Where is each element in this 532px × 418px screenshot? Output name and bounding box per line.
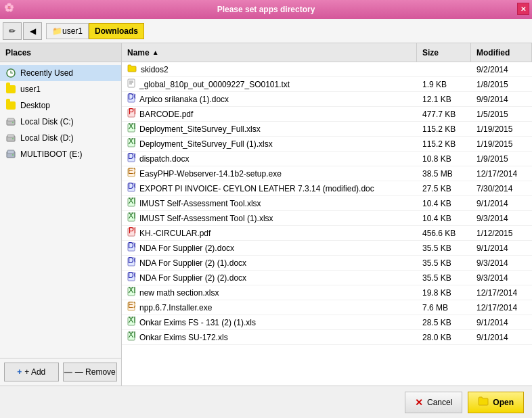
sidebar-header: Places <box>0 43 121 62</box>
file-row[interactable]: PDF KH.-CIRCULAR.pdf 456.6 KB 1/12/2015 <box>122 226 532 241</box>
file-size: 10.4 KB <box>417 199 471 208</box>
file-modified: 1/19/2015 <box>471 139 532 149</box>
recently-used-icon <box>5 68 16 78</box>
file-modified: 12/17/2014 <box>471 288 532 298</box>
file-row[interactable]: _global_810p_out_00009227_SO0101.txt 1.9… <box>122 77 532 92</box>
file-row[interactable]: EXE EasyPHP-Webserver-14.1b2-setup.exe 3… <box>122 166 532 181</box>
file-row[interactable]: skidos2 9/2/2014 <box>122 62 532 77</box>
file-row[interactable]: DOC NDA For Supplier (2) (1).docx 35.5 K… <box>122 256 532 271</box>
file-name: Onkar Exims FS - 131 (2) (1).xls <box>139 318 256 327</box>
file-modified: 9/1/2014 <box>471 318 532 327</box>
file-size: 35.5 KB <box>417 258 471 268</box>
svg-text:XLS: XLS <box>129 138 136 146</box>
file-icon: XLS <box>127 287 135 298</box>
local-c-icon <box>5 116 16 127</box>
file-size: 10.4 KB <box>417 214 471 223</box>
svg-text:DOC: DOC <box>128 93 135 101</box>
breadcrumb: 📁 user1 Downloads <box>46 23 144 39</box>
file-row[interactable]: PDF BARCODE.pdf 477.7 KB 1/5/2015 <box>122 107 532 122</box>
file-modified: 1/5/2015 <box>471 110 532 119</box>
file-area: Name ▲ Size Modified skidos2 9/2/2014 _g… <box>122 43 532 386</box>
file-size: 115.2 KB <box>417 124 471 134</box>
desktop-icon <box>5 100 16 111</box>
svg-rect-8 <box>7 150 14 154</box>
svg-text:XLS: XLS <box>129 198 136 206</box>
sidebar-item-multiboot-label: MULTIBOOT (E:) <box>20 149 83 159</box>
toolbar: ✏ ◀ 📁 user1 Downloads <box>0 19 532 43</box>
file-size: 10.8 KB <box>417 154 471 164</box>
file-row[interactable]: XLS Deployment_SiteSurvey_Full.xlsx 115.… <box>122 122 532 137</box>
file-row[interactable]: XLS Onkar Exims SU-172.xls 28.0 KB 9/1/2… <box>122 330 532 345</box>
file-icon: EXE <box>127 168 135 179</box>
file-modified: 9/1/2014 <box>471 333 532 342</box>
sidebar-list: Recently Used user1 Desktop <box>0 62 121 358</box>
sidebar-item-recently-used[interactable]: Recently Used <box>0 65 121 81</box>
file-size: 7.6 MB <box>417 303 471 312</box>
local-d-icon <box>5 133 16 143</box>
sidebar-item-local-c[interactable]: Local Disk (C:) <box>0 114 121 130</box>
file-row[interactable]: EXE npp.6.7.Installer.exe 7.6 MB 12/17/2… <box>122 300 532 315</box>
file-row[interactable]: XLS Deployment_SiteSurvey_Full (1).xlsx … <box>122 137 532 152</box>
svg-text:XLS: XLS <box>129 212 136 220</box>
cancel-icon: ✕ <box>415 397 423 408</box>
svg-text:XLS: XLS <box>129 287 136 295</box>
col-header-size[interactable]: Size <box>417 43 471 62</box>
file-row[interactable]: DOC EXPORT PI INVOICE- CEYLON LEATHER 7.… <box>122 181 532 196</box>
file-modified: 9/9/2014 <box>471 95 532 104</box>
file-row[interactable]: DOC Arpico srilanaka (1).docx 12.1 KB 9/… <box>122 92 532 107</box>
file-row[interactable]: XLS IMUST Self-Assessment Tool.xlsx 10.4… <box>122 196 532 211</box>
file-icon: XLS <box>127 138 135 149</box>
file-row[interactable]: DOC dispatch.docx 10.8 KB 1/9/2015 <box>122 152 532 166</box>
file-size: 1.9 KB <box>417 80 471 89</box>
sidebar-item-local-d[interactable]: Local Disk (D:) <box>0 130 121 146</box>
file-name: skidos2 <box>141 65 169 74</box>
file-modified: 12/17/2014 <box>471 303 532 312</box>
file-row[interactable]: XLS new math section.xlsx 19.8 KB 12/17/… <box>122 285 532 300</box>
file-name: _global_810p_out_00009227_SO0101.txt <box>139 80 290 89</box>
title-bar: 🌸 Please set apps directory ✕ <box>0 0 532 19</box>
close-button[interactable]: ✕ <box>517 3 529 15</box>
file-size: 115.2 KB <box>417 139 471 149</box>
col-header-name[interactable]: Name ▲ <box>122 43 417 62</box>
file-icon: DOC <box>127 93 135 105</box>
svg-text:DOC: DOC <box>128 257 135 265</box>
file-name: EasyPHP-Webserver-14.1b2-setup.exe <box>139 169 282 179</box>
file-row[interactable]: XLS IMUST Self-Assessment Tool (1).xlsx … <box>122 211 532 226</box>
file-icon: PDF <box>127 108 135 120</box>
svg-text:DOC: DOC <box>128 242 135 250</box>
svg-rect-5 <box>7 135 14 137</box>
file-icon: DOC <box>127 257 135 269</box>
remove-button[interactable]: — — Remove <box>63 363 118 381</box>
file-icon: DOC <box>127 242 135 254</box>
file-row[interactable]: XLS Onkar Exims FS - 131 (2) (1).xls 28.… <box>122 315 532 330</box>
sidebar-item-local-d-label: Local Disk (D:) <box>20 133 74 143</box>
open-button[interactable]: Open <box>468 392 524 413</box>
edit-button[interactable]: ✏ <box>3 22 22 40</box>
back-button[interactable]: ◀ <box>23 22 42 40</box>
file-modified: 7/30/2014 <box>471 184 532 193</box>
svg-text:PDF: PDF <box>129 227 135 235</box>
file-name: NDA For Supplier (2) (2).docx <box>139 273 246 283</box>
svg-text:XLS: XLS <box>129 123 136 131</box>
svg-text:XLS: XLS <box>129 317 136 325</box>
file-size: 35.5 KB <box>417 273 471 283</box>
file-row[interactable]: DOC NDA For Supplier (2).docx 35.5 KB 9/… <box>122 241 532 256</box>
file-modified: 9/2/2014 <box>471 65 532 74</box>
file-row[interactable]: DOC NDA For Supplier (2) (2).docx 35.5 K… <box>122 271 532 285</box>
breadcrumb-downloads[interactable]: Downloads <box>89 23 144 39</box>
file-list-header: Name ▲ Size Modified <box>122 43 532 62</box>
sidebar-item-user1[interactable]: user1 <box>0 81 121 97</box>
folder-icon: 📁 <box>52 26 62 36</box>
file-modified: 9/3/2014 <box>471 273 532 283</box>
breadcrumb-user1[interactable]: 📁 user1 <box>46 23 89 39</box>
col-header-modified[interactable]: Modified <box>471 43 532 62</box>
add-button[interactable]: + + Add <box>4 363 59 381</box>
sidebar-item-desktop[interactable]: Desktop <box>0 97 121 114</box>
svg-rect-10 <box>128 79 135 87</box>
file-modified: 1/8/2015 <box>471 80 532 89</box>
file-name: EXPORT PI INVOICE- CEYLON LEATHER 7.3.14… <box>139 184 374 193</box>
file-icon <box>127 64 137 74</box>
svg-text:DOC: DOC <box>128 153 135 161</box>
sidebar-item-multiboot[interactable]: MULTIBOOT (E:) <box>0 146 121 162</box>
cancel-button[interactable]: ✕ Cancel <box>405 392 462 413</box>
